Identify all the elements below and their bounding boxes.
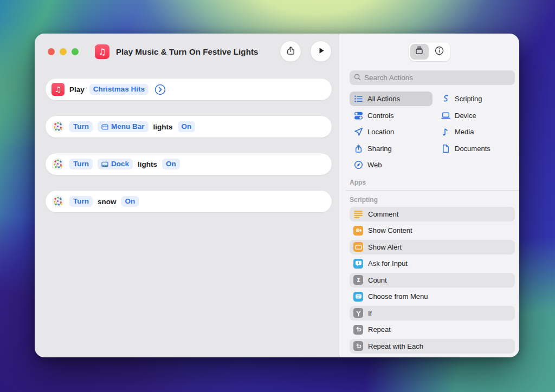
- category-all-actions[interactable]: All Actions: [350, 92, 433, 106]
- category-media[interactable]: Media: [437, 125, 515, 139]
- count-icon: Σ: [353, 275, 363, 285]
- category-controls[interactable]: Controls: [350, 108, 433, 123]
- choose-menu-icon: [353, 292, 363, 302]
- category-sharing[interactable]: Sharing: [350, 141, 433, 156]
- festive-lights-app-icon: [51, 120, 64, 133]
- category-label: Location: [367, 128, 394, 136]
- share-icon: [354, 144, 363, 153]
- workflow-action-row[interactable]: TurnMenu BarlightsOn: [46, 116, 332, 138]
- action-library-icon: [414, 45, 424, 58]
- parameter-token[interactable]: Menu Bar: [98, 121, 149, 132]
- category-label: All Actions: [367, 95, 400, 103]
- show-alert-icon: [353, 242, 363, 252]
- search-actions-field[interactable]: [350, 70, 515, 85]
- shortcut-details-tab[interactable]: [430, 44, 449, 60]
- workflow-actions: ♫PlayChristmas Hits TurnMenu BarlightsOn…: [35, 69, 339, 212]
- category-label: Device: [455, 112, 476, 120]
- action-item-label: Ask for Input: [368, 259, 408, 267]
- festive-lights-app-icon: [51, 195, 64, 208]
- action-item-show-content[interactable]: Show Content: [350, 223, 515, 238]
- action-text: lights: [138, 160, 157, 168]
- shortcuts-window: ♫ Play Music & Turn On Festive Lights: [35, 34, 519, 357]
- run-shortcut-button[interactable]: [311, 41, 331, 62]
- action-item-show-alert[interactable]: Show Alert: [350, 240, 515, 254]
- svg-text:Σ: Σ: [357, 277, 360, 283]
- show-content-icon: [353, 226, 363, 236]
- action-item[interactable]: [350, 355, 515, 357]
- parameter-token[interactable]: Turn: [69, 121, 93, 132]
- music-app-icon: ♫: [95, 44, 109, 59]
- titlebar: ♫ Play Music & Turn On Festive Lights: [35, 34, 339, 69]
- category-scripting[interactable]: Scripting: [437, 92, 515, 106]
- scroll-icon: [441, 94, 450, 103]
- workflow-action-row[interactable]: TurnsnowOn: [46, 191, 332, 212]
- parameter-token[interactable]: On: [121, 196, 139, 207]
- workflow-action-row[interactable]: TurnDocklightsOn: [46, 153, 332, 175]
- location-icon: [354, 127, 363, 136]
- compass-icon: [354, 160, 363, 169]
- doc-icon: [441, 144, 450, 153]
- action-item-label: Show Content: [368, 226, 412, 234]
- action-item-label: Repeat: [368, 325, 391, 334]
- category-column-left: All ActionsControlsLocationSharingWeb: [350, 92, 433, 174]
- if-icon: [353, 308, 363, 318]
- minimize-button[interactable]: [60, 48, 67, 55]
- play-icon: [317, 46, 326, 57]
- category-label: Scripting: [455, 95, 482, 103]
- category-label: Sharing: [367, 145, 392, 153]
- parameter-token[interactable]: On: [162, 159, 180, 169]
- music-app-icon: ♫: [51, 83, 64, 96]
- action-text: Play: [69, 86, 85, 94]
- action-item-comment[interactable]: Comment: [350, 207, 515, 221]
- category-label: Media: [455, 128, 474, 136]
- shortcut-editor-panel: ♫ Play Music & Turn On Festive Lights: [35, 34, 339, 357]
- note-icon: [441, 127, 450, 136]
- action-item-repeat[interactable]: Repeat: [350, 322, 515, 337]
- toggle-icon: [354, 111, 363, 120]
- search-icon: [354, 73, 361, 83]
- menubar-icon: [101, 124, 108, 130]
- action-text: lights: [153, 123, 173, 131]
- expand-chevron-button[interactable]: [154, 84, 166, 95]
- repeat-icon: [353, 325, 363, 335]
- festive-lights-app-icon: [51, 158, 64, 171]
- category-label: Documents: [455, 145, 491, 153]
- parameter-token[interactable]: Turn: [69, 196, 93, 207]
- category-documents[interactable]: Documents: [437, 141, 515, 156]
- action-library-tab[interactable]: [410, 44, 429, 60]
- category-device[interactable]: Device: [437, 108, 515, 123]
- info-icon: [434, 45, 444, 58]
- action-item-choose-from-menu[interactable]: Choose from Menu: [350, 289, 515, 304]
- category-label: Controls: [367, 112, 393, 120]
- action-item-label: Show Alert: [368, 243, 402, 251]
- action-item-count[interactable]: ΣCount: [350, 273, 515, 288]
- action-item-if[interactable]: If: [350, 306, 515, 321]
- category-location[interactable]: Location: [350, 125, 433, 139]
- category-web[interactable]: Web: [350, 158, 433, 172]
- category-column-right: ScriptingDeviceMediaDocuments: [437, 92, 515, 174]
- search-input[interactable]: [364, 74, 511, 82]
- parameter-token[interactable]: Dock: [98, 159, 133, 169]
- laptop-icon: [441, 111, 450, 120]
- list-icon: [354, 94, 363, 103]
- close-button[interactable]: [48, 48, 55, 55]
- library-toolbar: [339, 34, 519, 69]
- action-item-repeat-with-each[interactable]: Repeat with Each: [350, 339, 515, 354]
- action-item-ask-for-input[interactable]: Ask for Input: [350, 256, 515, 271]
- zoom-button[interactable]: [72, 48, 79, 55]
- parameter-token[interactable]: On: [178, 121, 196, 132]
- parameter-token[interactable]: Turn: [69, 159, 93, 169]
- share-button[interactable]: [280, 41, 301, 62]
- action-item-label: Comment: [368, 210, 398, 218]
- action-item-label: Choose from Menu: [368, 292, 428, 300]
- parameter-token[interactable]: Christmas Hits: [89, 84, 149, 95]
- repeat-each-icon: [353, 341, 363, 351]
- action-item-label: Repeat with Each: [368, 342, 423, 350]
- library-mode-segmented-control: [409, 42, 450, 61]
- workflow-action-row[interactable]: ♫PlayChristmas Hits: [46, 79, 332, 100]
- apps-section-label: Apps: [350, 179, 519, 186]
- action-text: snow: [98, 198, 117, 206]
- category-label: Web: [367, 161, 382, 169]
- dock-icon: [101, 161, 108, 167]
- share-icon: [286, 45, 296, 58]
